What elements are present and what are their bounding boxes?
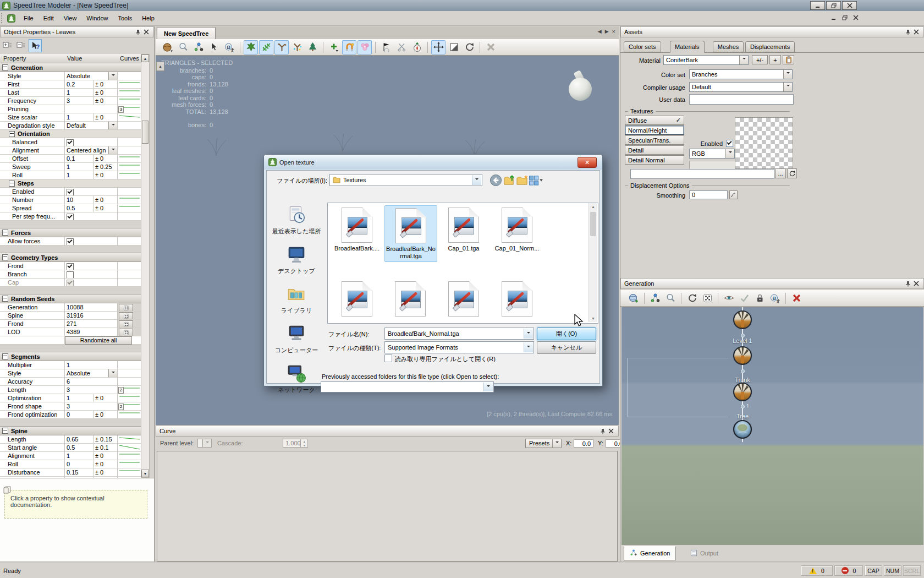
- property-row[interactable]: Start angle0.5± 0.1: [0, 444, 141, 452]
- location-dropdown[interactable]: Textures: [329, 174, 482, 186]
- property-row[interactable]: Randomize all: [0, 336, 141, 345]
- delete-gray-icon[interactable]: [483, 40, 498, 54]
- texture-slot-normal-height[interactable]: Normal/Height: [625, 126, 684, 135]
- tab-generation[interactable]: Generation: [624, 546, 676, 560]
- file-item[interactable]: [491, 279, 543, 317]
- texture-slot-detail-normal[interactable]: Detail Normal: [625, 155, 684, 165]
- property-row[interactable]: Accuracy6: [0, 378, 141, 386]
- flag-icon[interactable]: [379, 40, 393, 54]
- texture-slot-detail[interactable]: Detail: [625, 145, 684, 155]
- move-icon[interactable]: [431, 40, 446, 54]
- property-row[interactable]: Length32: [0, 386, 141, 394]
- branch-edit-icon[interactable]: [290, 40, 304, 54]
- file-item[interactable]: BroadleafBark....: [331, 205, 383, 254]
- tab-meshes[interactable]: Meshes: [713, 41, 744, 52]
- material-add-button[interactable]: +: [769, 55, 781, 64]
- restore-button[interactable]: [826, 1, 841, 10]
- globe-icon[interactable]: [161, 40, 175, 54]
- magnifier-icon[interactable]: [176, 40, 190, 54]
- generator-icon[interactable]: BA: [768, 291, 782, 306]
- readonly-row[interactable]: 読み取り専用ファイルとして開く(R): [384, 355, 496, 363]
- file-list-scrollbar[interactable]: ▲ ▼: [588, 203, 597, 322]
- scrollbar-thumb[interactable]: [142, 121, 148, 144]
- tree-icon[interactable]: [305, 40, 320, 54]
- property-row[interactable]: Frequency3± 0: [0, 97, 141, 105]
- menu-file[interactable]: File: [19, 13, 38, 24]
- property-row[interactable]: Roll1± 0: [0, 171, 141, 179]
- pin-icon[interactable]: [134, 28, 142, 36]
- cancel-button[interactable]: キャンセル: [537, 341, 596, 354]
- scrollbar-thumb[interactable]: [590, 212, 596, 236]
- place-library[interactable]: ライブラリ: [269, 284, 324, 315]
- property-row[interactable]: Optimization1± 0: [0, 394, 141, 402]
- place-desktop[interactable]: デスクトップ: [269, 244, 324, 275]
- enabled-checkbox[interactable]: [726, 140, 733, 147]
- property-row[interactable]: Spine31916: [0, 312, 141, 320]
- randomize-seed-button[interactable]: [119, 320, 133, 328]
- menu-help[interactable]: Help: [137, 13, 160, 24]
- property-row[interactable]: Cap: [0, 279, 141, 287]
- rotate-icon[interactable]: [462, 40, 476, 54]
- property-row[interactable]: Balanced: [0, 138, 141, 146]
- close-icon[interactable]: [607, 427, 615, 435]
- new-folder-button[interactable]: [515, 173, 529, 187]
- randomize-seed-button[interactable]: [119, 312, 133, 319]
- color-set-dropdown[interactable]: Branches: [689, 69, 793, 79]
- place-network[interactable]: ネットワーク: [269, 363, 324, 394]
- material-add-remove-button[interactable]: +/-: [752, 55, 768, 64]
- property-row[interactable]: Allow forces: [0, 237, 141, 246]
- mdi-restore-button[interactable]: [840, 13, 849, 22]
- prune-icon[interactable]: [394, 40, 409, 54]
- up-folder-button[interactable]: [503, 173, 516, 187]
- texture-slot-specular-trans-[interactable]: Specular/Trans.: [625, 135, 684, 145]
- views-button[interactable]: [527, 173, 544, 187]
- magnifier-icon[interactable]: [663, 291, 678, 306]
- checkbox[interactable]: [67, 189, 74, 195]
- texture-path-field[interactable]: [630, 169, 774, 179]
- property-row[interactable]: Frond: [0, 262, 141, 270]
- dialog-close-button[interactable]: ✕: [578, 157, 597, 168]
- node-trunk[interactable]: [733, 382, 752, 402]
- property-row[interactable]: Roll0± 0: [0, 460, 141, 468]
- property-row[interactable]: Disturbance0.15± 0: [0, 468, 141, 477]
- user-data-field[interactable]: [689, 94, 794, 105]
- smoothing-curve-button[interactable]: [729, 190, 738, 199]
- pin-icon[interactable]: [904, 280, 912, 288]
- property-subsection[interactable]: Orientation: [0, 130, 141, 138]
- file-list[interactable]: BroadleafBark....BroadleafBark_Normal.tg…: [327, 203, 598, 324]
- checkbox[interactable]: [67, 263, 74, 270]
- close-button[interactable]: [842, 1, 857, 10]
- property-section[interactable]: Forces: [0, 228, 141, 237]
- dropdown-button[interactable]: [108, 72, 117, 80]
- property-row[interactable]: Frond271: [0, 320, 141, 328]
- checkbox[interactable]: [67, 214, 74, 220]
- file-item[interactable]: [331, 279, 383, 317]
- open-button[interactable]: 開く(O): [537, 328, 596, 340]
- property-row[interactable]: Multiplier1: [0, 361, 141, 369]
- channel-dropdown[interactable]: RGB: [689, 149, 735, 159]
- checkbox[interactable]: [67, 271, 74, 278]
- back-button[interactable]: [489, 173, 502, 187]
- dropdown-button[interactable]: [108, 122, 117, 129]
- property-row[interactable]: Offset0.1± 0: [0, 155, 141, 163]
- curve-edit-area[interactable]: [157, 451, 618, 561]
- tab-displacements[interactable]: Displacements: [745, 41, 795, 52]
- property-row[interactable]: Generation10088: [0, 303, 141, 312]
- property-row[interactable]: StyleAbsolute: [0, 369, 141, 378]
- parent-level-select[interactable]: [197, 439, 212, 448]
- place-recent[interactable]: 最近表示した場所: [269, 205, 324, 236]
- menu-edit[interactable]: Edit: [38, 13, 59, 24]
- dropdown-button[interactable]: [108, 146, 117, 154]
- property-row[interactable]: Branch: [0, 270, 141, 279]
- filename-combo[interactable]: BroadleafBark_Normal.tga: [384, 328, 534, 340]
- close-icon[interactable]: [912, 280, 920, 288]
- tab-output[interactable]: Output: [685, 546, 724, 560]
- node-network-icon[interactable]: [648, 291, 662, 306]
- tab-close-icon[interactable]: ×: [612, 28, 615, 35]
- previous-folders-dropdown[interactable]: [321, 381, 494, 392]
- property-row[interactable]: StyleAbsolute: [0, 72, 141, 80]
- node-level2[interactable]: [733, 310, 752, 330]
- property-row[interactable]: AlignmentCentered align: [0, 146, 141, 155]
- file-item[interactable]: Cap_01_Norm...: [491, 205, 543, 254]
- tab-new-speedtree[interactable]: New SpeedTree: [157, 27, 216, 40]
